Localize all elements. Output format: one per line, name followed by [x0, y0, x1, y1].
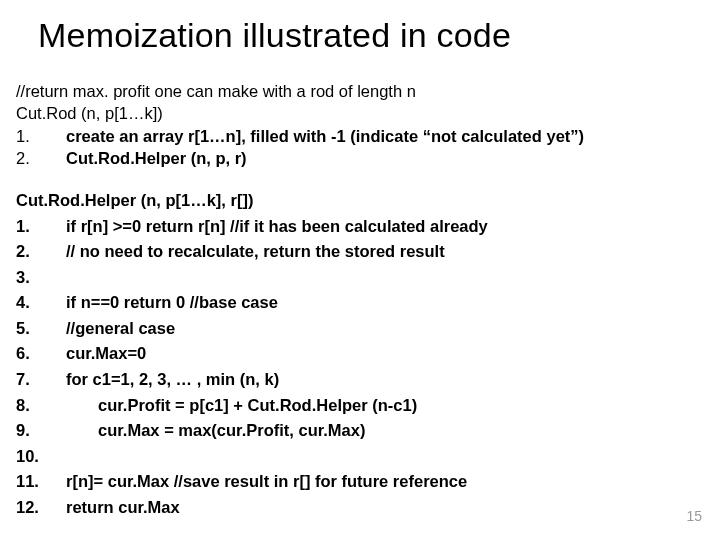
comment-line: //return max. profit one can make with a… — [16, 80, 690, 102]
line-text: cur.Max=0 — [66, 341, 488, 367]
line-number: 6. — [16, 341, 66, 367]
line-number: 5. — [16, 316, 66, 342]
line-text: // no need to recalculate, return the st… — [66, 239, 488, 265]
line-number: 4. — [16, 290, 66, 316]
line-number: 10. — [16, 444, 66, 470]
page-number: 15 — [686, 508, 702, 524]
line-number: 9. — [16, 418, 66, 444]
line-number: 11. — [16, 469, 66, 495]
line-number: 1. — [16, 214, 66, 240]
line-inner: cur.Profit = p[c1] + Cut.Rod.Helper (n-c… — [98, 396, 417, 414]
code-lines-2: 1. if r[n] >=0 return r[n] //if it has b… — [16, 214, 488, 521]
line-text: Cut.Rod.Helper (n, p, r) — [66, 147, 584, 169]
line-text: cur.Max = max(cur.Profit, cur.Max) — [66, 418, 488, 444]
line-text: r[n]= cur.Max //save result in r[] for f… — [66, 469, 488, 495]
line-number: 12. — [16, 495, 66, 521]
slide-title: Memoization illustrated in code — [38, 16, 511, 55]
line-number: 2. — [16, 239, 66, 265]
line-number: 7. — [16, 367, 66, 393]
signature-line: Cut.Rod.Helper (n, p[1…k], r[]) — [16, 188, 690, 214]
line-text — [66, 444, 488, 470]
code-lines-1: 1. create an array r[1…n], filled with -… — [16, 125, 584, 170]
line-text: cur.Profit = p[c1] + Cut.Rod.Helper (n-c… — [66, 393, 488, 419]
line-text: //general case — [66, 316, 488, 342]
line-text: for c1=1, 2, 3, … , min (n, k) — [66, 367, 488, 393]
line-text — [66, 265, 488, 291]
line-text: if n==0 return 0 //base case — [66, 290, 488, 316]
slide: Memoization illustrated in code //return… — [0, 0, 720, 540]
code-block-2: Cut.Rod.Helper (n, p[1…k], r[]) 1. if r[… — [16, 188, 690, 520]
line-inner: cur.Max = max(cur.Profit, cur.Max) — [98, 421, 365, 439]
line-number: 3. — [16, 265, 66, 291]
line-number: 8. — [16, 393, 66, 419]
line-number: 1. — [16, 125, 66, 147]
signature-line: Cut.Rod (n, p[1…k]) — [16, 102, 690, 124]
code-block-1: //return max. profit one can make with a… — [16, 80, 690, 169]
line-text: return cur.Max — [66, 495, 488, 521]
line-text: create an array r[1…n], filled with -1 (… — [66, 125, 584, 147]
line-number: 2. — [16, 147, 66, 169]
line-text: if r[n] >=0 return r[n] //if it has been… — [66, 214, 488, 240]
